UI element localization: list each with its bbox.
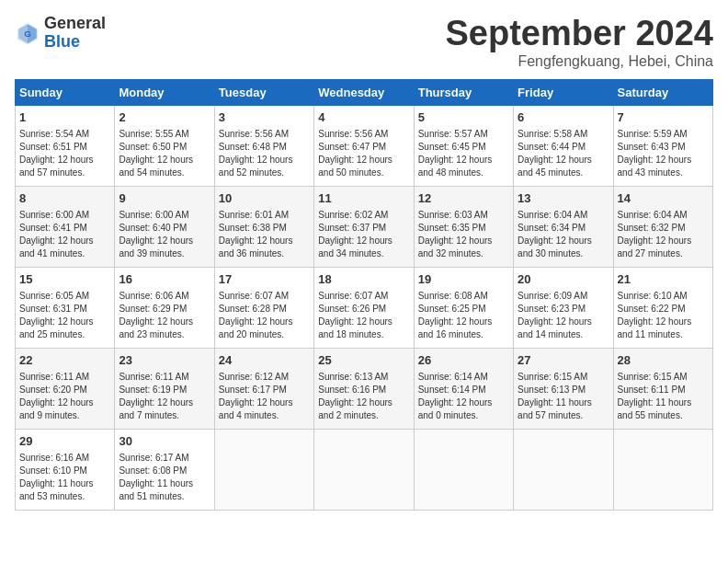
day-number: 18 bbox=[318, 271, 409, 288]
calendar-cell: 27Sunrise: 6:15 AMSunset: 6:13 PMDayligh… bbox=[514, 348, 613, 429]
day-info: Sunrise: 6:11 AMSunset: 6:20 PMDaylight:… bbox=[19, 371, 110, 422]
calendar-cell: 16Sunrise: 6:06 AMSunset: 6:29 PMDayligh… bbox=[115, 267, 214, 348]
calendar-cell: 18Sunrise: 6:07 AMSunset: 6:26 PMDayligh… bbox=[314, 267, 414, 348]
day-info: Sunrise: 5:56 AMSunset: 6:48 PMDaylight:… bbox=[219, 128, 310, 179]
day-number: 20 bbox=[518, 271, 609, 288]
logo-text: General Blue bbox=[44, 15, 106, 52]
week-row-1: 1Sunrise: 5:54 AMSunset: 6:51 PMDaylight… bbox=[16, 105, 713, 186]
day-info: Sunrise: 6:00 AMSunset: 6:41 PMDaylight:… bbox=[19, 209, 110, 260]
title-area: September 2024 Fengfengkuang, Hebei, Chi… bbox=[446, 15, 714, 70]
day-number: 14 bbox=[618, 190, 709, 207]
calendar-body: 1Sunrise: 5:54 AMSunset: 6:51 PMDaylight… bbox=[16, 105, 713, 510]
day-number: 26 bbox=[418, 352, 509, 369]
day-number: 29 bbox=[19, 433, 110, 450]
calendar-cell bbox=[414, 429, 513, 510]
calendar-cell: 1Sunrise: 5:54 AMSunset: 6:51 PMDaylight… bbox=[16, 105, 115, 186]
header: G General Blue September 2024 Fengfengku… bbox=[15, 15, 713, 70]
day-number: 23 bbox=[119, 352, 210, 369]
logo-icon: G bbox=[15, 20, 40, 46]
day-info: Sunrise: 6:07 AMSunset: 6:28 PMDaylight:… bbox=[219, 290, 310, 341]
day-number: 19 bbox=[418, 271, 509, 288]
day-info: Sunrise: 6:17 AMSunset: 6:08 PMDaylight:… bbox=[119, 452, 210, 503]
day-info: Sunrise: 6:00 AMSunset: 6:40 PMDaylight:… bbox=[119, 209, 210, 260]
day-number: 6 bbox=[518, 109, 609, 126]
week-row-2: 8Sunrise: 6:00 AMSunset: 6:41 PMDaylight… bbox=[16, 186, 713, 267]
day-info: Sunrise: 5:54 AMSunset: 6:51 PMDaylight:… bbox=[19, 128, 110, 179]
day-info: Sunrise: 5:55 AMSunset: 6:50 PMDaylight:… bbox=[119, 128, 210, 179]
calendar-cell: 22Sunrise: 6:11 AMSunset: 6:20 PMDayligh… bbox=[16, 348, 115, 429]
day-number: 4 bbox=[318, 109, 409, 126]
day-number: 5 bbox=[418, 109, 509, 126]
day-number: 17 bbox=[219, 271, 310, 288]
calendar-cell: 5Sunrise: 5:57 AMSunset: 6:45 PMDaylight… bbox=[414, 105, 513, 186]
day-info: Sunrise: 6:14 AMSunset: 6:14 PMDaylight:… bbox=[418, 371, 509, 422]
calendar-cell: 13Sunrise: 6:04 AMSunset: 6:34 PMDayligh… bbox=[514, 186, 613, 267]
calendar-cell: 23Sunrise: 6:11 AMSunset: 6:19 PMDayligh… bbox=[115, 348, 214, 429]
calendar-cell: 19Sunrise: 6:08 AMSunset: 6:25 PMDayligh… bbox=[414, 267, 513, 348]
header-day-monday: Monday bbox=[115, 79, 214, 105]
week-row-5: 29Sunrise: 6:16 AMSunset: 6:10 PMDayligh… bbox=[16, 429, 713, 510]
header-day-tuesday: Tuesday bbox=[214, 79, 313, 105]
day-info: Sunrise: 6:01 AMSunset: 6:38 PMDaylight:… bbox=[219, 209, 310, 260]
calendar-cell: 7Sunrise: 5:59 AMSunset: 6:43 PMDaylight… bbox=[613, 105, 712, 186]
calendar-cell: 15Sunrise: 6:05 AMSunset: 6:31 PMDayligh… bbox=[16, 267, 115, 348]
calendar-cell: 12Sunrise: 6:03 AMSunset: 6:35 PMDayligh… bbox=[414, 186, 513, 267]
week-row-3: 15Sunrise: 6:05 AMSunset: 6:31 PMDayligh… bbox=[16, 267, 713, 348]
day-number: 22 bbox=[19, 352, 110, 369]
calendar-cell bbox=[613, 429, 712, 510]
calendar-cell: 20Sunrise: 6:09 AMSunset: 6:23 PMDayligh… bbox=[514, 267, 613, 348]
day-info: Sunrise: 6:13 AMSunset: 6:16 PMDaylight:… bbox=[318, 371, 409, 422]
day-number: 27 bbox=[518, 352, 609, 369]
calendar-cell: 11Sunrise: 6:02 AMSunset: 6:37 PMDayligh… bbox=[314, 186, 414, 267]
calendar-cell: 25Sunrise: 6:13 AMSunset: 6:16 PMDayligh… bbox=[314, 348, 414, 429]
day-info: Sunrise: 6:15 AMSunset: 6:13 PMDaylight:… bbox=[518, 371, 609, 422]
day-info: Sunrise: 6:02 AMSunset: 6:37 PMDaylight:… bbox=[318, 209, 409, 260]
header-day-friday: Friday bbox=[514, 79, 613, 105]
day-number: 11 bbox=[318, 190, 409, 207]
day-number: 8 bbox=[19, 190, 110, 207]
day-number: 25 bbox=[318, 352, 409, 369]
calendar-cell bbox=[214, 429, 313, 510]
calendar-cell: 6Sunrise: 5:58 AMSunset: 6:44 PMDaylight… bbox=[514, 105, 613, 186]
week-row-4: 22Sunrise: 6:11 AMSunset: 6:20 PMDayligh… bbox=[16, 348, 713, 429]
day-info: Sunrise: 6:15 AMSunset: 6:11 PMDaylight:… bbox=[618, 371, 709, 422]
day-number: 28 bbox=[618, 352, 709, 369]
calendar-cell bbox=[514, 429, 613, 510]
calendar-cell: 17Sunrise: 6:07 AMSunset: 6:28 PMDayligh… bbox=[214, 267, 313, 348]
day-info: Sunrise: 6:06 AMSunset: 6:29 PMDaylight:… bbox=[119, 290, 210, 341]
day-info: Sunrise: 6:05 AMSunset: 6:31 PMDaylight:… bbox=[19, 290, 110, 341]
day-number: 3 bbox=[219, 109, 310, 126]
day-info: Sunrise: 6:03 AMSunset: 6:35 PMDaylight:… bbox=[418, 209, 509, 260]
calendar-cell: 8Sunrise: 6:00 AMSunset: 6:41 PMDaylight… bbox=[16, 186, 115, 267]
day-info: Sunrise: 5:57 AMSunset: 6:45 PMDaylight:… bbox=[418, 128, 509, 179]
day-number: 12 bbox=[418, 190, 509, 207]
day-info: Sunrise: 6:09 AMSunset: 6:23 PMDaylight:… bbox=[518, 290, 609, 341]
day-number: 15 bbox=[19, 271, 110, 288]
day-number: 10 bbox=[219, 190, 310, 207]
day-number: 24 bbox=[219, 352, 310, 369]
day-info: Sunrise: 5:59 AMSunset: 6:43 PMDaylight:… bbox=[618, 128, 709, 179]
day-info: Sunrise: 5:56 AMSunset: 6:47 PMDaylight:… bbox=[318, 128, 409, 179]
calendar-cell: 4Sunrise: 5:56 AMSunset: 6:47 PMDaylight… bbox=[314, 105, 414, 186]
logo: G General Blue bbox=[15, 15, 106, 52]
calendar-cell: 21Sunrise: 6:10 AMSunset: 6:22 PMDayligh… bbox=[613, 267, 712, 348]
day-number: 9 bbox=[119, 190, 210, 207]
calendar-cell: 9Sunrise: 6:00 AMSunset: 6:40 PMDaylight… bbox=[115, 186, 214, 267]
day-number: 7 bbox=[618, 109, 709, 126]
day-number: 2 bbox=[119, 109, 210, 126]
day-number: 21 bbox=[618, 271, 709, 288]
day-number: 30 bbox=[119, 433, 210, 450]
calendar-cell: 3Sunrise: 5:56 AMSunset: 6:48 PMDaylight… bbox=[214, 105, 313, 186]
calendar-cell: 2Sunrise: 5:55 AMSunset: 6:50 PMDaylight… bbox=[115, 105, 214, 186]
day-info: Sunrise: 6:11 AMSunset: 6:19 PMDaylight:… bbox=[119, 371, 210, 422]
header-row: SundayMondayTuesdayWednesdayThursdayFrid… bbox=[16, 79, 713, 105]
header-day-wednesday: Wednesday bbox=[314, 79, 414, 105]
day-info: Sunrise: 6:10 AMSunset: 6:22 PMDaylight:… bbox=[618, 290, 709, 341]
header-day-thursday: Thursday bbox=[414, 79, 513, 105]
calendar-cell: 29Sunrise: 6:16 AMSunset: 6:10 PMDayligh… bbox=[16, 429, 115, 510]
day-info: Sunrise: 6:08 AMSunset: 6:25 PMDaylight:… bbox=[418, 290, 509, 341]
day-number: 16 bbox=[119, 271, 210, 288]
calendar-cell: 14Sunrise: 6:04 AMSunset: 6:32 PMDayligh… bbox=[613, 186, 712, 267]
day-info: Sunrise: 6:04 AMSunset: 6:34 PMDaylight:… bbox=[518, 209, 609, 260]
day-info: Sunrise: 6:16 AMSunset: 6:10 PMDaylight:… bbox=[19, 452, 110, 503]
